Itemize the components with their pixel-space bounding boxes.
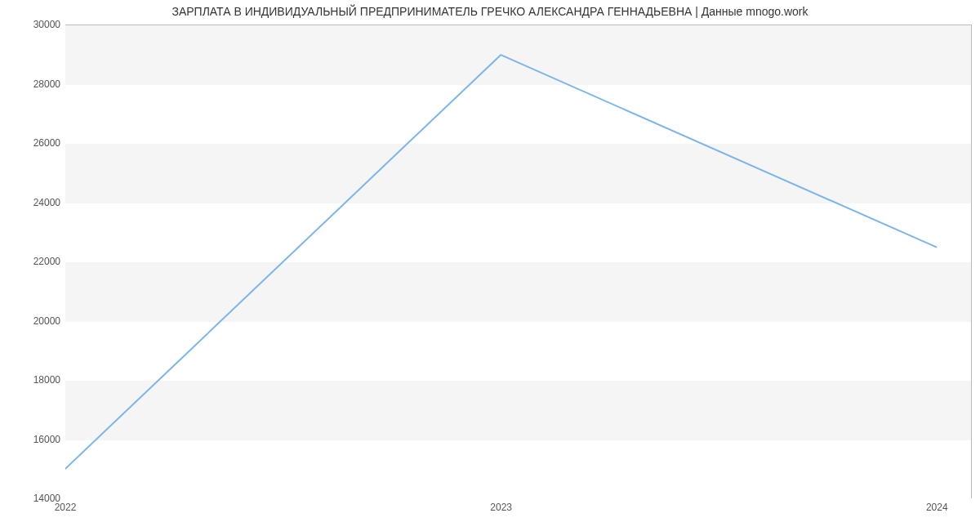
y-tick-label: 22000 [0,256,60,267]
chart-title: ЗАРПЛАТА В ИНДИВИДУАЛЬНЫЙ ПРЕДПРИНИМАТЕЛ… [0,5,980,18]
y-tick-label: 16000 [0,434,60,445]
salary-line-chart: ЗАРПЛАТА В ИНДИВИДУАЛЬНЫЙ ПРЕДПРИНИМАТЕЛ… [0,0,980,531]
y-tick-label: 14000 [0,493,60,504]
x-tick-label: 2023 [490,502,512,513]
line-series [65,25,971,498]
y-tick-label: 18000 [0,374,60,386]
y-tick-label: 26000 [0,137,60,149]
plot-area [65,25,972,498]
y-tick-label: 30000 [0,19,60,30]
y-tick-label: 24000 [0,197,60,208]
x-tick-label: 2022 [55,502,77,513]
y-tick-label: 20000 [0,315,60,327]
y-tick-label: 28000 [0,78,60,90]
x-tick-label: 2024 [926,502,948,513]
